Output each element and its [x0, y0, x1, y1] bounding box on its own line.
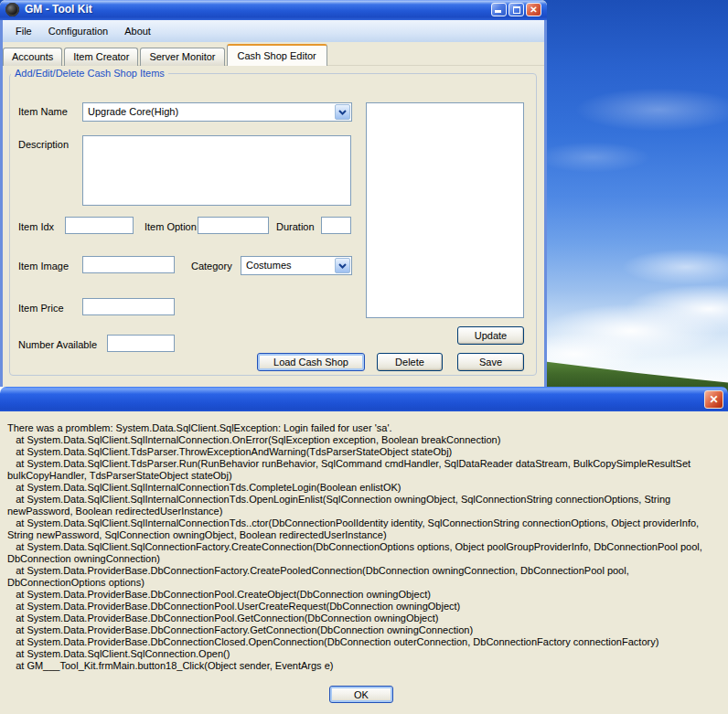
error-dialog-title-bar[interactable]: ✕	[0, 387, 728, 411]
minimize-button[interactable]	[491, 3, 507, 16]
item-image-label: Item Image	[18, 261, 69, 272]
groupbox-title: Add/Edit/Delete Cash Shop Items	[11, 68, 168, 79]
load-cash-shop-button[interactable]: Load Cash Shop	[257, 353, 365, 371]
item-option-label: Item Option	[145, 221, 197, 232]
window-title: GM - Tool Kit	[25, 3, 92, 16]
cash-shop-items-listbox[interactable]	[366, 102, 524, 318]
error-dialog-close-button[interactable]: ✕	[704, 390, 723, 409]
tab-cash-shop-editor[interactable]: Cash Shop Editor	[227, 44, 327, 66]
title-bar[interactable]: GM - Tool Kit ✕	[0, 0, 547, 20]
item-price-input[interactable]	[82, 298, 175, 315]
error-dialog-body: There was a promblem: System.Data.SqlCli…	[0, 411, 728, 714]
ok-button[interactable]: OK	[329, 686, 393, 703]
number-available-input[interactable]	[107, 335, 175, 352]
maximize-button[interactable]	[509, 3, 524, 16]
number-available-label: Number Available	[18, 339, 97, 350]
item-idx-label: Item Idx	[18, 221, 54, 232]
item-price-label: Item Price	[18, 303, 64, 314]
menu-file[interactable]: File	[7, 23, 40, 39]
category-label: Category	[191, 261, 232, 272]
minimize-icon	[495, 10, 501, 13]
desktop: GM - Tool Kit ✕ File Configuration About…	[0, 0, 728, 714]
item-name-combobox[interactable]: Upgrade Core(High)	[82, 102, 352, 122]
tab-item-creator[interactable]: Item Creator	[64, 48, 138, 66]
duration-input[interactable]	[321, 217, 351, 234]
tab-strip: Accounts Item Creator Server Monitor Cas…	[3, 42, 329, 66]
category-selected-value: Costumes	[246, 260, 292, 271]
item-image-input[interactable]	[82, 256, 175, 273]
item-option-input[interactable]	[198, 217, 269, 234]
delete-button[interactable]: Delete	[377, 353, 443, 371]
close-button[interactable]: ✕	[526, 3, 541, 16]
item-name-label: Item Name	[18, 106, 68, 117]
error-dialog: ✕ There was a promblem: System.Data.SqlC…	[0, 387, 728, 714]
maximize-icon	[513, 6, 520, 14]
item-idx-input[interactable]	[65, 217, 134, 234]
tab-accounts[interactable]: Accounts	[3, 48, 62, 66]
tab-server-monitor[interactable]: Server Monitor	[140, 48, 224, 66]
window-border-right	[544, 20, 547, 387]
chevron-down-icon[interactable]	[335, 258, 350, 273]
item-name-selected-value: Upgrade Core(High)	[88, 106, 178, 117]
menu-about[interactable]: About	[116, 23, 159, 39]
error-stack-trace: There was a promblem: System.Data.SqlCli…	[7, 422, 723, 672]
category-combobox[interactable]: Costumes	[241, 256, 352, 275]
window-border-left	[0, 20, 3, 387]
main-window: GM - Tool Kit ✕ File Configuration About…	[0, 0, 547, 387]
menu-bar: File Configuration About	[0, 20, 547, 42]
update-button[interactable]: Update	[457, 326, 524, 345]
close-icon: ✕	[709, 393, 718, 406]
menu-configuration[interactable]: Configuration	[40, 23, 116, 39]
chevron-down-icon[interactable]	[335, 104, 350, 120]
close-icon: ✕	[530, 5, 537, 15]
save-button[interactable]: Save	[457, 353, 524, 371]
description-textarea[interactable]	[82, 135, 351, 206]
app-icon	[5, 3, 19, 16]
duration-label: Duration	[276, 221, 315, 232]
description-label: Description	[18, 139, 69, 150]
